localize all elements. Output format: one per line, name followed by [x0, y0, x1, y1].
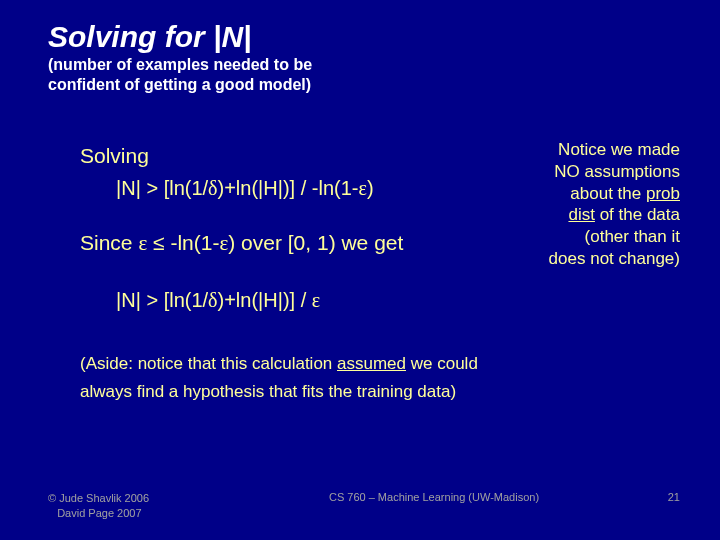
eq1-mid: )+ln(|H|)] / -ln(1- — [218, 177, 359, 199]
copyright-line2: David Page 2007 — [48, 507, 142, 519]
notice-line2: NO assumptions — [514, 161, 680, 183]
eq2-pre: |N| > [ln(1/ — [116, 289, 208, 311]
delta-symbol: δ — [208, 289, 217, 311]
slide-subtitle: (number of examples needed to be confide… — [48, 55, 680, 95]
subtitle-line1: (number of examples needed to be — [48, 56, 312, 73]
top-row: Solving |N| > [ln(1/δ)+ln(|H|)] / -ln(1-… — [48, 141, 680, 270]
epsilon-symbol: ε — [312, 289, 320, 311]
since-pre: Since — [80, 231, 138, 254]
copyright-line1: © Jude Shavlik 2006 — [48, 492, 149, 504]
subtitle-line2: confident of getting a good model) — [48, 76, 311, 93]
equation-1: |N| > [ln(1/δ)+ln(|H|)] / -ln(1-ε) — [80, 174, 508, 202]
since-post: ) over [0, 1) we get — [228, 231, 403, 254]
notice-line5: (other than it — [514, 226, 680, 248]
delta-symbol: δ — [208, 177, 217, 199]
notice-box: Notice we made NO assumptions about the … — [514, 139, 680, 270]
footer-copyright: © Jude Shavlik 2006 David Page 2007 — [48, 491, 248, 520]
slide: Solving for |N| (number of examples need… — [0, 0, 720, 540]
notice-line1: Notice we made — [514, 139, 680, 161]
epsilon-symbol: ε — [219, 231, 228, 255]
footer-course: CS 760 – Machine Learning (UW-Madison) — [248, 491, 620, 503]
footer: © Jude Shavlik 2006 David Page 2007 CS 7… — [48, 491, 680, 520]
notice-line6: does not change) — [514, 248, 680, 270]
aside-note: (Aside: notice that this calculation ass… — [48, 350, 680, 408]
epsilon-symbol: ε — [138, 231, 147, 255]
slide-title: Solving for |N| — [48, 20, 680, 53]
since-line: Since ε ≤ -ln(1-ε) over [0, 1) we get — [80, 228, 508, 258]
leq-symbol: ≤ — [147, 231, 170, 254]
page-number: 21 — [620, 491, 680, 503]
eq2-mid: )+ln(|H|)] / — [218, 289, 312, 311]
aside-line2: always find a hypothesis that fits the t… — [80, 378, 680, 407]
derivation-column: Solving |N| > [ln(1/δ)+ln(|H|)] / -ln(1-… — [48, 141, 508, 259]
solving-label: Solving — [80, 141, 508, 170]
notice-line3: about the prob — [514, 183, 680, 205]
aside-line1: (Aside: notice that this calculation ass… — [80, 350, 680, 379]
eq1-post: ) — [367, 177, 374, 199]
equation-2: |N| > [ln(1/δ)+ln(|H|)] / ε — [48, 286, 680, 314]
notice-line4: dist of the data — [514, 204, 680, 226]
eq1-pre: |N| > [ln(1/ — [116, 177, 208, 199]
slide-body: Solving |N| > [ln(1/δ)+ln(|H|)] / -ln(1-… — [48, 141, 680, 407]
epsilon-symbol: ε — [359, 177, 367, 199]
since-mid: -ln(1- — [170, 231, 219, 254]
